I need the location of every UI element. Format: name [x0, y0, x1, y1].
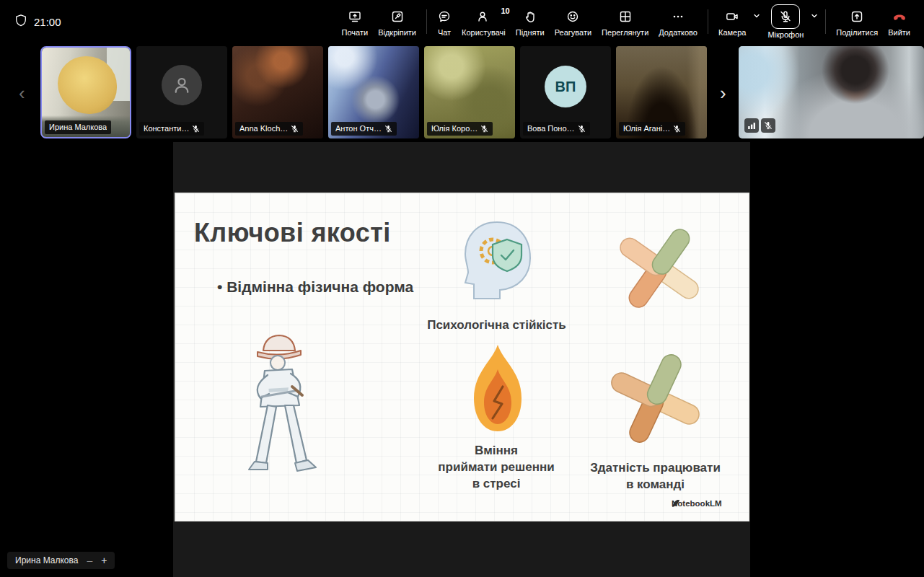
presenter-name: Ирина Малкова	[15, 555, 78, 565]
participant-video-large[interactable]	[739, 46, 924, 138]
notebooklm-watermark: NotebookLM	[672, 499, 680, 508]
caption-line: Здатність працювати	[563, 460, 747, 477]
hands-together-illustration	[612, 225, 706, 312]
button-label: Додатково	[659, 28, 698, 37]
start-present-button[interactable]: Почати	[337, 0, 374, 43]
react-smiley-icon	[566, 6, 580, 27]
filmstrip-scroll-right-button[interactable]: ›	[720, 84, 726, 102]
share-screen-icon	[850, 6, 864, 27]
toolbar-divider	[825, 9, 826, 34]
present-screen-icon	[348, 6, 362, 27]
caption-line: приймати решенни	[413, 459, 579, 476]
button-label: Підняти	[516, 28, 545, 37]
avatar	[162, 65, 202, 105]
camera-icon	[725, 6, 739, 27]
unpin-icon	[390, 6, 405, 27]
slide-bullet: Відмінна фізична форма	[217, 278, 413, 296]
leave-call-icon	[891, 6, 908, 27]
caption-line: Вміння	[413, 443, 579, 459]
gallery-view-icon	[618, 6, 633, 27]
button-label: Поділитися	[836, 28, 878, 37]
camera-button[interactable]: Камера	[713, 0, 751, 43]
firefighter-illustration	[232, 325, 340, 476]
camera-control-group: Камера	[713, 0, 762, 43]
participant-name-label: Вова Поно…	[523, 122, 590, 136]
chat-button[interactable]: Чат	[432, 0, 457, 43]
participant-name-label: Антон Отч…	[331, 122, 397, 136]
toolbar-left: 21:00	[0, 14, 61, 30]
zoom-out-button[interactable]: –	[87, 555, 92, 565]
caption-team: Здатність працювати в команді	[563, 460, 747, 493]
react-button[interactable]: Реагувати	[550, 0, 597, 43]
participant-initials-avatar: ВП	[545, 66, 586, 107]
participants-filmstrip: ‹ Ирина Малкова Константи…	[0, 45, 924, 141]
zoom-in-button[interactable]: +	[101, 555, 107, 565]
button-label: Чат	[438, 28, 451, 37]
raise-hand-button[interactable]: Підняти	[511, 0, 550, 43]
teamwork-hands-illustration	[607, 353, 704, 444]
participant-name: Anna Kloch…	[239, 124, 288, 133]
mic-control-group: Мікрофон	[762, 0, 820, 43]
participants-icon	[476, 6, 490, 27]
participant-tile-irina[interactable]: Ирина Малкова	[40, 46, 131, 138]
participant-tiles: Ирина Малкова Константи… Anna Kloch…	[40, 46, 707, 138]
screen-share-stage[interactable]: Ключові якості Відмінна фізична форма Пс…	[173, 142, 750, 577]
caption-fire: Вміння приймати решенни в стресі	[413, 443, 579, 493]
leave-button[interactable]: Вийти	[883, 0, 915, 43]
meeting-window: 21:00 Почати Відкріпити Чат	[0, 0, 924, 577]
participant-tile-yulia-k[interactable]: Юлія Коро…	[424, 46, 515, 138]
slide-title: Ключові якості	[194, 218, 391, 248]
mic-muted-icon	[480, 125, 488, 133]
button-label: Реагувати	[555, 28, 591, 37]
share-button[interactable]: Поділитися	[831, 0, 883, 43]
participant-name-label: Юлія Коро…	[427, 122, 493, 136]
participant-name: Вова Поно…	[527, 124, 575, 133]
raise-hand-icon	[523, 6, 537, 27]
participant-name: Константи…	[144, 124, 189, 133]
button-label: Камера	[718, 28, 746, 37]
participant-tile-anna[interactable]: Anna Kloch…	[232, 46, 323, 138]
video-status-icons	[744, 118, 775, 133]
unpin-button[interactable]: Відкріпити	[373, 0, 421, 43]
participant-name: Юлія Агані…	[623, 124, 670, 133]
camera-dropdown-chevron[interactable]	[751, 0, 762, 43]
button-label: Почати	[342, 28, 369, 37]
presenter-name-tag: Ирина Малкова – +	[7, 552, 115, 569]
participant-name: Антон Отч…	[335, 124, 382, 133]
caption-line: в стресі	[413, 476, 579, 493]
security-shield-icon	[14, 14, 27, 30]
mic-muted-icon	[384, 125, 392, 133]
participant-tile-yulia-a[interactable]: Юлія Агані…	[616, 46, 707, 138]
participants-button[interactable]: 10 Користувачі	[457, 0, 511, 43]
microphone-button[interactable]: Мікрофон	[762, 0, 809, 43]
watermark-text: NotebookLM	[672, 499, 722, 508]
participant-silhouette	[58, 56, 117, 114]
participant-name-label: Anna Kloch…	[235, 122, 303, 136]
mic-dropdown-chevron[interactable]	[809, 0, 820, 43]
participant-tile-konstanti[interactable]: Константи…	[136, 46, 227, 138]
participant-name: Юлія Коро…	[431, 124, 478, 133]
mic-muted-icon	[673, 125, 681, 133]
toolbar-divider	[426, 9, 427, 34]
meeting-clock: 21:00	[34, 16, 61, 28]
button-label: Мікрофон	[767, 30, 804, 39]
shared-slide: Ключові якості Відмінна фізична форма Пс…	[175, 193, 749, 521]
participants-count-badge: 10	[501, 6, 509, 15]
toolbar-actions: Почати Відкріпити Чат 10 Кор	[313, 0, 924, 43]
meeting-toolbar: 21:00 Почати Відкріпити Чат	[0, 0, 924, 43]
caption-mind: Психологічна стійкість	[405, 317, 589, 334]
participant-tile-vova[interactable]: ВП Вова Поно…	[520, 46, 611, 138]
button-label: Відкріпити	[378, 28, 416, 37]
button-label: Переглянути	[602, 28, 648, 37]
activity-signal-icon	[744, 118, 759, 133]
mic-muted-icon	[578, 125, 586, 133]
more-options-button[interactable]: Додатково	[654, 0, 703, 43]
participant-tile-anton[interactable]: Антон Отч…	[328, 46, 419, 138]
participant-name: Ирина Малкова	[49, 123, 107, 132]
view-button[interactable]: Переглянути	[597, 0, 654, 43]
more-ellipsis-icon	[671, 6, 685, 27]
mind-resilience-illustration	[455, 218, 538, 312]
mic-muted-icon	[291, 125, 299, 133]
button-label: Користувачі	[462, 28, 506, 37]
filmstrip-scroll-left-button[interactable]: ‹	[19, 84, 25, 102]
